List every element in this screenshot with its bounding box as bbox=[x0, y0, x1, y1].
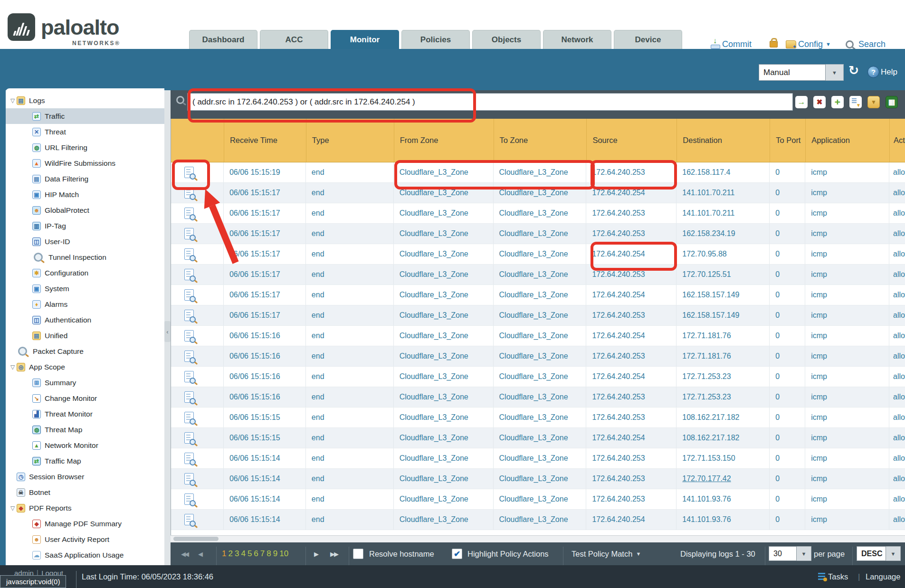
sidebar-item-network-monitor[interactable]: ▲Network Monitor bbox=[6, 437, 164, 453]
sidebar-item-session-browser[interactable]: ◷Session Browser bbox=[6, 469, 164, 484]
column-header-action[interactable]: Action bbox=[889, 119, 905, 162]
table-row[interactable]: 06/06 15:15:17endCloudflare_L3_ZoneCloud… bbox=[171, 183, 905, 203]
log-detail-icon[interactable] bbox=[184, 289, 194, 301]
table-row[interactable]: 06/06 15:15:15endCloudflare_L3_ZoneCloud… bbox=[171, 408, 905, 428]
page-number-10[interactable]: 10 bbox=[279, 549, 288, 559]
page-number-5[interactable]: 5 bbox=[248, 549, 252, 559]
column-header-to-zone[interactable]: To Zone bbox=[494, 119, 587, 162]
sidebar-item-pdf-reports[interactable]: ▽◆PDF Reports bbox=[6, 500, 164, 516]
table-row[interactable]: 06/06 15:15:17endCloudflare_L3_ZoneCloud… bbox=[171, 305, 905, 326]
log-detail-icon[interactable] bbox=[184, 248, 194, 260]
highlight-policy-actions-checkbox[interactable] bbox=[452, 549, 462, 559]
page-number-9[interactable]: 9 bbox=[273, 549, 277, 559]
sidebar-item-url-filtering[interactable]: ◍URL Filtering bbox=[6, 140, 164, 155]
add-filter-icon[interactable]: + bbox=[831, 96, 844, 108]
table-row[interactable]: 06/06 15:15:17endCloudflare_L3_ZoneCloud… bbox=[171, 285, 905, 305]
log-detail-icon[interactable] bbox=[184, 330, 194, 341]
table-row[interactable]: 06/06 15:15:17endCloudflare_L3_ZoneCloud… bbox=[171, 244, 905, 265]
first-page-button[interactable]: ◀◀ bbox=[181, 542, 188, 565]
tab-network[interactable]: Network bbox=[543, 30, 611, 49]
sidebar-item-user-activity-report[interactable]: ☻User Activity Report bbox=[6, 531, 164, 547]
filter-builder-icon[interactable] bbox=[849, 96, 862, 108]
column-header-to-port[interactable]: To Port bbox=[770, 119, 805, 162]
column-header-detail[interactable] bbox=[171, 119, 224, 162]
table-row[interactable]: 06/06 15:15:14endCloudflare_L3_ZoneCloud… bbox=[171, 469, 905, 489]
load-filter-icon[interactable] bbox=[867, 96, 880, 108]
column-header-source[interactable]: Source bbox=[586, 119, 676, 162]
sidebar-item-manage-pdf-summary[interactable]: ◆Manage PDF Summary bbox=[6, 516, 164, 531]
page-number-4[interactable]: 4 bbox=[241, 549, 245, 559]
tab-dashboard[interactable]: Dashboard bbox=[189, 30, 257, 49]
tab-acc[interactable]: ACC bbox=[260, 30, 328, 49]
sidebar-item-alarms[interactable]: ♦Alarms bbox=[6, 296, 164, 312]
log-detail-icon[interactable] bbox=[184, 310, 194, 321]
export-icon[interactable]: ▦ bbox=[886, 96, 898, 108]
tasks-button[interactable]: Tasks bbox=[818, 565, 848, 588]
page-number-8[interactable]: 8 bbox=[267, 549, 271, 559]
log-detail-icon[interactable] bbox=[184, 391, 194, 403]
apply-filter-icon[interactable]: → bbox=[795, 96, 808, 108]
sidebar-item-unified[interactable]: ▤Unified bbox=[6, 328, 164, 343]
tab-device[interactable]: Device bbox=[614, 30, 682, 49]
column-header-from-zone[interactable]: From Zone bbox=[394, 119, 494, 162]
help-button[interactable]: ? Help bbox=[867, 66, 897, 78]
log-detail-icon[interactable] bbox=[184, 351, 194, 362]
sidebar-item-system[interactable]: ▣System bbox=[6, 281, 164, 296]
sidebar-item-authentication[interactable]: ◫Authentication bbox=[6, 312, 164, 328]
sidebar-item-data-filtering[interactable]: ▤Data Filtering bbox=[6, 171, 164, 187]
log-detail-icon[interactable] bbox=[184, 167, 194, 178]
table-row[interactable]: 06/06 15:15:16endCloudflare_L3_ZoneCloud… bbox=[171, 326, 905, 346]
log-detail-icon[interactable] bbox=[184, 228, 194, 239]
sidebar-item-configuration[interactable]: ✱Configuration bbox=[6, 265, 164, 281]
log-detail-icon[interactable] bbox=[184, 432, 194, 444]
table-row[interactable]: 06/06 15:15:17endCloudflare_L3_ZoneCloud… bbox=[171, 224, 905, 244]
sort-order-dropdown-arrow[interactable]: ▼ bbox=[886, 546, 901, 561]
table-row[interactable]: 06/06 15:15:16endCloudflare_L3_ZoneCloud… bbox=[171, 367, 905, 387]
column-header-destination[interactable]: Destination bbox=[676, 119, 770, 162]
per-page-dropdown-arrow[interactable]: ▼ bbox=[797, 546, 811, 561]
sidebar-item-logs[interactable]: ▽▤Logs bbox=[6, 93, 164, 108]
sidebar-item-hip-match[interactable]: ▣HIP Match bbox=[6, 187, 164, 202]
sidebar-item-traffic-map[interactable]: ⇄Traffic Map bbox=[6, 453, 164, 469]
page-number-1[interactable]: 1 bbox=[222, 549, 226, 559]
sidebar-item-traffic[interactable]: ⇄Traffic bbox=[6, 108, 164, 124]
sidebar-item-threat-monitor[interactable]: ▟Threat Monitor bbox=[6, 406, 164, 422]
horizontal-scrollbar-thumb[interactable] bbox=[173, 537, 219, 541]
column-header-type[interactable]: Type bbox=[306, 119, 394, 162]
last-page-button[interactable]: ▶▶ bbox=[330, 542, 338, 565]
table-row[interactable]: 06/06 15:15:15endCloudflare_L3_ZoneCloud… bbox=[171, 428, 905, 448]
tab-monitor[interactable]: Monitor bbox=[331, 30, 399, 49]
log-detail-icon[interactable] bbox=[184, 514, 194, 525]
sidebar-item-threat-map[interactable]: ◍Threat Map bbox=[6, 422, 164, 437]
refresh-mode-select[interactable]: Manual ▼ bbox=[759, 64, 844, 81]
sidebar-collapse-handle[interactable]: ‹ bbox=[164, 321, 171, 342]
sidebar-item-user-id[interactable]: ◫User-ID bbox=[6, 234, 164, 249]
tab-objects[interactable]: Objects bbox=[472, 30, 541, 49]
sidebar-item-summary[interactable]: ⊞Summary bbox=[6, 375, 164, 390]
page-number-7[interactable]: 7 bbox=[260, 549, 265, 559]
sidebar-item-change-monitor[interactable]: ↘Change Monitor bbox=[6, 390, 164, 406]
column-header-receive-time[interactable]: Receive Time bbox=[224, 119, 306, 162]
sidebar-item-saas-application-usage[interactable]: ☁SaaS Application Usage bbox=[6, 547, 164, 563]
sidebar-item-app-scope[interactable]: ▽◎App Scope bbox=[6, 359, 164, 375]
sidebar-item-globalprotect[interactable]: ☻GlobalProtect bbox=[6, 202, 164, 218]
table-row[interactable]: 06/06 15:15:14endCloudflare_L3_ZoneCloud… bbox=[171, 489, 905, 510]
table-row[interactable]: 06/06 15:15:14endCloudflare_L3_ZoneCloud… bbox=[171, 510, 905, 530]
column-header-application[interactable]: Application bbox=[805, 119, 889, 162]
expand-caret-icon[interactable]: ▽ bbox=[9, 364, 17, 370]
sidebar-item-botnet[interactable]: ☠Botnet bbox=[6, 484, 164, 500]
table-row[interactable]: 06/06 15:15:14endCloudflare_L3_ZoneCloud… bbox=[171, 448, 905, 469]
sidebar-item-wildfire-submissions[interactable]: ▲WildFire Submissions bbox=[6, 155, 164, 171]
expand-caret-icon[interactable]: ▽ bbox=[9, 97, 17, 104]
log-detail-icon[interactable] bbox=[184, 412, 194, 423]
page-number-6[interactable]: 6 bbox=[254, 549, 258, 559]
prev-page-button[interactable]: ◀ bbox=[198, 542, 201, 565]
refresh-mode-dropdown-arrow[interactable]: ▼ bbox=[826, 64, 844, 81]
tab-policies[interactable]: Policies bbox=[401, 30, 470, 49]
cell-destination[interactable]: 172.70.177.42 bbox=[676, 469, 770, 489]
clear-filter-icon[interactable]: ✖ bbox=[813, 96, 826, 108]
page-number-2[interactable]: 2 bbox=[228, 549, 232, 559]
sort-order-select[interactable]: DESC ▼ bbox=[857, 546, 901, 561]
page-number-3[interactable]: 3 bbox=[235, 549, 239, 559]
sidebar-item-packet-capture[interactable]: Packet Capture bbox=[6, 343, 164, 359]
